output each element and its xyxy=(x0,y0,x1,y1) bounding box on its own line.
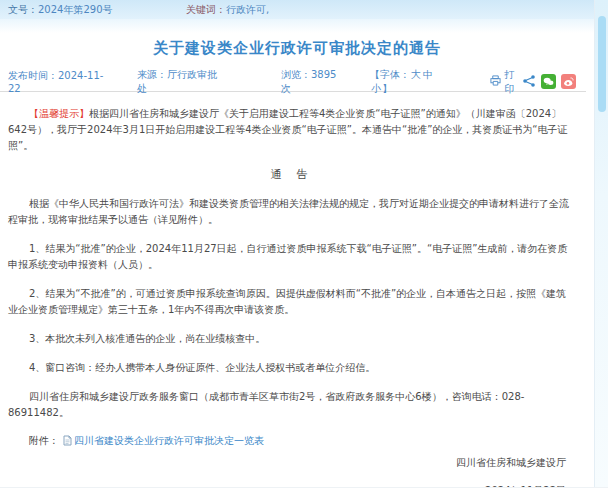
announcement-body: 【温馨提示】根据四川省住房和城乡建设厅《关于启用建设工程等4类企业资质“电子证照… xyxy=(0,92,594,448)
paragraph-item-2: 2、结果为“不批准”的，可通过资质申报系统查询原因。因提供虚假材料而“不批准”的… xyxy=(8,286,572,318)
signing-date: 2024年11月22日 xyxy=(0,484,566,488)
doc-number-value: 2024年第290号 xyxy=(38,4,113,15)
paragraph-item-3: 3、本批次未列入核准通告的企业，尚在业绩核查中。 xyxy=(8,331,572,347)
paragraph-item-4: 4、窗口咨询：经办人携带本人身份证原件、企业法人授权书或者单位介绍信。 xyxy=(8,360,572,376)
view-count: 浏览：3895次 xyxy=(281,68,342,96)
font-size-control: 【字体：大中小】 xyxy=(370,68,450,96)
notice-paragraph: 【温馨提示】根据四川省住房和城乡建设厅《关于启用建设工程等4类企业资质“电子证照… xyxy=(8,106,572,154)
print-label: 打印 xyxy=(504,68,522,96)
share-bar xyxy=(522,74,576,90)
font-size-medium-button[interactable]: 中 xyxy=(423,69,433,80)
doc-info-bar: 文号：2024年第290号 关键词：行政许可, xyxy=(0,0,594,19)
scrollbar-thumb[interactable] xyxy=(598,16,606,112)
wechat-share-icon[interactable] xyxy=(541,74,556,89)
doc-number-label: 文号： xyxy=(8,4,38,15)
paragraph-contact: 四川省住房和城乡建设厅政务服务窗口（成都市青羊区草市街2号，省政府政务服务中心6… xyxy=(8,389,572,421)
attachment-file-icon xyxy=(63,435,72,448)
meta-row: 发布时间：2024-11-22 来源：厅行政审批处 浏览：3895次 【字体：大… xyxy=(0,72,586,92)
font-size-label: 【字体： xyxy=(370,69,410,80)
notice-heading: 通 告 xyxy=(8,167,572,182)
source: 来源：厅行政审批处 xyxy=(137,68,221,96)
font-size-label-close: 】 xyxy=(382,83,392,94)
signature-block: 四川省住房和城乡建设厅 2024年11月22日 xyxy=(0,456,594,488)
vertical-scrollbar[interactable] xyxy=(594,0,608,488)
publish-time: 发布时间：2024-11-22 xyxy=(8,69,109,94)
weibo-share-icon[interactable] xyxy=(561,74,576,89)
print-button[interactable]: 打印 xyxy=(490,68,522,96)
notice-tag: 【温馨提示】 xyxy=(29,108,89,119)
printer-icon xyxy=(490,75,501,88)
notice-text: 根据四川省住房和城乡建设厅《关于启用建设工程等4类企业资质“电子证照”的通知》（… xyxy=(8,108,568,151)
share-icon[interactable] xyxy=(522,74,536,90)
attachment-link[interactable]: 四川省建设类企业行政许可审批决定一览表 xyxy=(74,434,264,448)
paragraph-basis: 根据《中华人民共和国行政许可法》和建设类资质管理的相关法律法规的规定，我厅对近期… xyxy=(8,196,572,228)
announcement-page: 文号：2024年第290号 关键词：行政许可, 关于建设类企业行政许可审批决定的… xyxy=(0,0,608,488)
topbar-fade xyxy=(0,19,594,33)
attachment-label: 附件： xyxy=(29,434,59,448)
font-size-large-button[interactable]: 大 xyxy=(411,69,421,80)
font-size-small-button[interactable]: 小 xyxy=(371,83,381,94)
signing-agency: 四川省住房和城乡建设厅 xyxy=(0,456,566,470)
page-title: 关于建设类企业行政许可审批决定的通告 xyxy=(0,39,594,58)
keywords-label: 关键词： xyxy=(186,4,226,15)
paragraph-item-1: 1、结果为“批准”的企业，2024年11月27日起，自行通过资质申报系统下载“电… xyxy=(8,241,572,273)
keywords-value: 行政许可, xyxy=(226,4,269,15)
attachment-row: 附件： 四川省建设类企业行政许可审批决定一览表 xyxy=(8,434,572,448)
